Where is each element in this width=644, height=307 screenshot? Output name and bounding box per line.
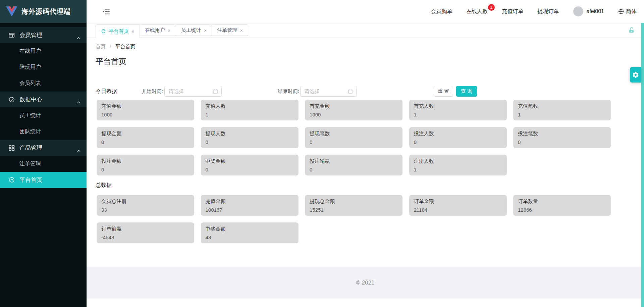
- online-count-badge: 1: [488, 4, 495, 11]
- tab-bet-order-management[interactable]: 注单管理 ×: [212, 24, 248, 36]
- stat-label: 首充金额: [310, 103, 398, 109]
- stat-card: 提现笔数0: [305, 127, 402, 148]
- stat-value: 1: [414, 167, 502, 172]
- query-button[interactable]: 查 询: [456, 86, 477, 97]
- stat-label: 充值金额: [101, 103, 190, 109]
- stat-value: 15251: [310, 207, 398, 213]
- sidebar-item-product-management[interactable]: 产品管理: [0, 140, 87, 156]
- stat-label: 充值笔数: [518, 103, 606, 109]
- tabs-bar: 平台首页 × 在线用户 × 员工统计 × 注单管理 ×: [87, 23, 644, 38]
- nav-member-orders[interactable]: 会员购单: [431, 8, 452, 15]
- stat-card: 首充人数1: [409, 100, 507, 120]
- sidebar-item-data-center[interactable]: 数据中心: [0, 91, 87, 107]
- sidebar-item-team-stats[interactable]: 团队统计: [0, 123, 87, 140]
- sidebar-item-label: 在线用户: [19, 48, 41, 55]
- copyright-text: © 2021: [356, 279, 374, 286]
- breadcrumb-home[interactable]: 首页: [96, 44, 106, 49]
- apps-icon: [9, 145, 15, 151]
- stat-label: 充值金额: [206, 198, 294, 205]
- sidebar-item-member-list[interactable]: 会员列表: [0, 75, 87, 91]
- stat-value: -4548: [101, 235, 190, 240]
- stat-card: 充值人数1: [201, 100, 299, 120]
- total-section-label: 总数据: [96, 182, 112, 189]
- stat-label: 提现总金额: [310, 198, 398, 205]
- sidebar-item-platform-home[interactable]: 平台首页: [0, 172, 87, 188]
- stat-label: 投注人数: [414, 131, 502, 137]
- close-icon[interactable]: ×: [131, 29, 135, 34]
- topbar-right: 会员购单 在线人数 1 充值订单 提现订单 afei001 简体: [431, 6, 644, 16]
- language-switcher[interactable]: 简体: [618, 8, 637, 15]
- sidebar-item-label: 注单管理: [19, 160, 41, 167]
- stat-label: 首充人数: [414, 103, 502, 109]
- breadcrumb-current: 平台首页: [115, 44, 136, 49]
- start-date-placeholder: 请选择: [169, 88, 213, 95]
- stat-label: 投注笔数: [518, 131, 606, 137]
- stat-card: 会员总注册33: [97, 195, 194, 216]
- stat-value: 0: [414, 139, 502, 145]
- nav-withdraw-orders[interactable]: 提现订单: [538, 8, 559, 15]
- stat-value: 43: [206, 235, 294, 240]
- nav-online-users-label: 在线人数: [467, 8, 488, 14]
- stat-card: 订单输赢-4548: [97, 222, 194, 243]
- total-stats-grid: 会员总注册33 充值金额100167 提现总金额15251 订单金额21184 …: [97, 195, 611, 243]
- stat-label: 提现人数: [206, 131, 294, 137]
- stat-label: 会员总注册: [101, 198, 190, 205]
- sidebar-item-bet-order-management[interactable]: 注单管理: [0, 156, 87, 172]
- sidebar-item-staff-stats[interactable]: 员工统计: [0, 107, 87, 123]
- avatar: [573, 6, 583, 16]
- stat-value: 0: [310, 139, 398, 145]
- sidebar-item-member-management[interactable]: 会员管理: [0, 27, 87, 43]
- end-date-placeholder: 请选择: [305, 88, 348, 95]
- stat-label: 提现金额: [101, 131, 190, 137]
- stat-card: 提现人数0: [201, 127, 299, 148]
- sidebar-item-label: 员工统计: [19, 112, 41, 119]
- stat-card: 提现总金额15251: [305, 195, 402, 216]
- tab-label: 平台首页: [109, 28, 129, 35]
- stat-value: 1: [414, 112, 502, 117]
- stat-card: 首充金额1000: [305, 100, 402, 120]
- stat-card: 投注笔数0: [513, 127, 611, 148]
- dashboard-icon: [9, 177, 15, 183]
- sidebar-item-label: 数据中心: [19, 96, 42, 103]
- globe-icon: [618, 9, 624, 14]
- unlock-icon[interactable]: [628, 27, 635, 35]
- stat-value: 0: [101, 167, 190, 172]
- stat-value: 100167: [206, 207, 294, 213]
- close-icon[interactable]: ×: [168, 28, 171, 33]
- app-logo: 海外源码代理端: [0, 0, 87, 23]
- stat-value: 1000: [101, 112, 190, 117]
- fold-menu-icon[interactable]: [102, 8, 110, 15]
- stat-card: 中奖金额0: [201, 155, 299, 175]
- today-section-label: 今日数据: [96, 86, 117, 97]
- language-label: 简体: [626, 8, 637, 15]
- gear-icon: [632, 71, 639, 79]
- stat-card: 充值金额1000: [97, 100, 194, 120]
- tab-staff-stats[interactable]: 员工统计 ×: [176, 24, 212, 36]
- user-menu[interactable]: afei001: [573, 6, 604, 16]
- table-icon: [9, 32, 15, 38]
- stat-card: 投注金额0: [97, 155, 194, 175]
- stat-value: 33: [101, 207, 190, 213]
- stat-label: 订单金额: [414, 198, 502, 205]
- tab-online-users[interactable]: 在线用户 ×: [140, 24, 176, 36]
- nav-online-users[interactable]: 在线人数 1: [467, 8, 488, 15]
- start-date-input[interactable]: 请选择: [164, 86, 222, 97]
- end-date-input[interactable]: 请选择: [300, 86, 357, 97]
- app-title: 海外源码代理端: [21, 7, 71, 16]
- tab-platform-home[interactable]: 平台首页 ×: [96, 24, 140, 38]
- sidebar-item-companion-users[interactable]: 陪玩用户: [0, 59, 87, 75]
- chevron-up-icon: [77, 99, 80, 105]
- reset-button[interactable]: 重 置: [434, 86, 453, 97]
- sidebar-item-online-users[interactable]: 在线用户: [0, 43, 87, 59]
- stat-value: 0: [101, 139, 190, 145]
- today-stats-grid: 充值金额1000 充值人数1 首充金额1000 首充人数1 充值笔数1 提现金额…: [97, 100, 611, 175]
- close-icon[interactable]: ×: [204, 28, 207, 33]
- settings-gear-button[interactable]: [630, 67, 641, 83]
- close-icon[interactable]: ×: [240, 28, 243, 33]
- sidebar: 海外源码代理端 会员管理 在线用户 陪玩用户 会员: [0, 0, 87, 307]
- stat-card: 注册人数1: [409, 155, 507, 175]
- nav-recharge-orders[interactable]: 充值订单: [502, 8, 524, 15]
- stat-card: 充值金额100167: [201, 195, 299, 216]
- sidebar-item-label: 陪玩用户: [19, 64, 41, 71]
- settings-drawer-edge: [641, 23, 644, 307]
